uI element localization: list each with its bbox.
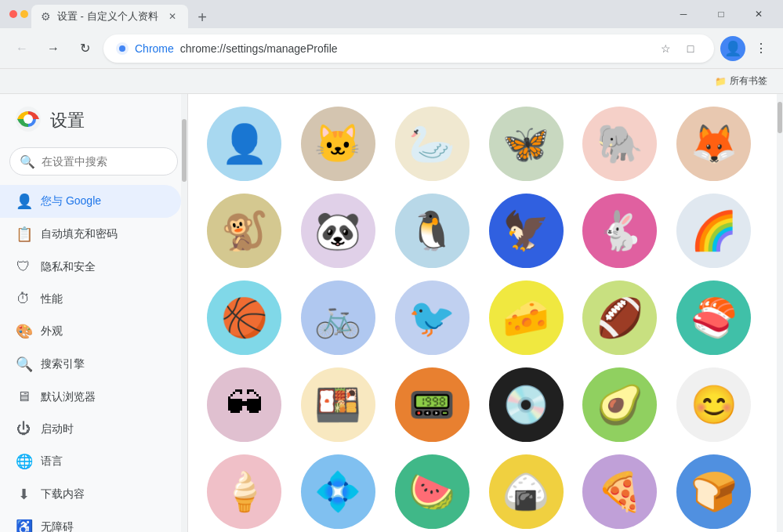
- avatar-device[interactable]: 📟: [395, 367, 469, 442]
- avatar-icecream[interactable]: 🍦: [207, 454, 281, 529]
- nav-icon-3: ⏱: [16, 291, 31, 307]
- avatar-cheese[interactable]: 🧀: [489, 280, 564, 355]
- avatar-origami-bird[interactable]: 🦢: [395, 107, 469, 181]
- sidebar-item-2[interactable]: 🛡 隐私和安全: [0, 251, 181, 283]
- nav-icon-6: 🖥: [16, 389, 31, 405]
- folder-icon: 📁: [715, 76, 727, 87]
- nav-label-0: 您与 Google: [41, 194, 101, 208]
- nav-items-container: 👤 您与 Google 📋 自动填充和密码 🛡 隐私和安全 ⏱ 性能 🎨 外观 …: [0, 185, 187, 532]
- refresh-button[interactable]: ↻: [72, 36, 97, 61]
- settings-gear-icon: ⚙: [41, 10, 51, 23]
- avatar-panda[interactable]: 🐼: [301, 194, 375, 268]
- nav-icon-0: 👤: [16, 193, 31, 210]
- nav-bar: ← → ↻ Chrome chrome://settings/managePro…: [0, 28, 783, 69]
- nav-icon-10: ♿: [16, 519, 31, 532]
- sidebar-item-3[interactable]: ⏱ 性能: [0, 283, 181, 315]
- sidebar: 设置 🔍 👤 您与 Google 📋 自动填充和密码 🛡 隐私和安全 ⏱ 性能 …: [0, 94, 188, 532]
- avatar-monkey[interactable]: 🐒: [207, 194, 281, 268]
- avatar-sunglasses[interactable]: 🕶: [207, 367, 281, 442]
- all-bookmarks-item[interactable]: 📁 所有书签: [709, 71, 774, 91]
- avatar-onigiri[interactable]: 🍙: [489, 454, 564, 529]
- sidebar-scrollbar[interactable]: [181, 94, 187, 532]
- avatar-fox[interactable]: 🦊: [676, 107, 751, 181]
- minimize-button[interactable]: ─: [665, 0, 701, 28]
- active-tab[interactable]: ⚙ 设置 - 自定义个人资料 ✕: [31, 5, 188, 28]
- traffic-minimize[interactable]: [20, 10, 28, 18]
- avatar-rabbit[interactable]: 🐇: [582, 194, 657, 268]
- split-tab-icon[interactable]: □: [680, 38, 701, 60]
- svg-point-1: [119, 45, 125, 52]
- settings-title: 设置: [50, 109, 85, 132]
- avatar-watermelon[interactable]: 🍉: [395, 454, 469, 529]
- search-input[interactable]: [42, 155, 179, 168]
- nav-label-2: 隐私和安全: [41, 260, 96, 274]
- address-text: chrome://settings/manageProfile: [180, 42, 648, 55]
- chrome-brand-label: Chrome: [135, 42, 174, 55]
- toolbar-icons: 👤 ⋮: [720, 36, 774, 61]
- avatar-diamond[interactable]: 💠: [301, 454, 375, 529]
- chrome-logo: [16, 107, 41, 135]
- new-tab-button[interactable]: +: [191, 6, 213, 28]
- sidebar-item-5[interactable]: 🔍 搜索引擎: [0, 348, 181, 381]
- tab-close-button[interactable]: ✕: [166, 10, 179, 23]
- chrome-lock-icon: [116, 42, 129, 55]
- back-button[interactable]: ←: [9, 36, 34, 61]
- address-bar[interactable]: Chrome chrome://settings/manageProfile ☆…: [103, 34, 714, 63]
- nav-icon-4: 🎨: [16, 323, 31, 340]
- content-area: 👤🐱🦢🦋🐘🦊🐒🐼🐧🦅🐇🌈🏀🚲🐦🧀🏈🍣🕶🍱📟💿🥑😊🍦💠🍉🍙🍕🍞 创建点完链接方式: [188, 94, 777, 532]
- bookmark-star-icon[interactable]: ☆: [654, 38, 676, 60]
- avatar-bicycle[interactable]: 🚲: [301, 280, 375, 355]
- profile-icon-button[interactable]: 👤: [720, 36, 745, 61]
- nav-icon-1: 📋: [16, 226, 31, 243]
- sidebar-scroll-thumb[interactable]: [182, 119, 187, 182]
- bookmarks-bar: 📁 所有书签: [0, 69, 783, 94]
- avatar-origami-eagle[interactable]: 🦅: [489, 194, 564, 268]
- avatar-user-profile[interactable]: 👤: [207, 107, 281, 181]
- avatar-bread[interactable]: 🍞: [676, 454, 751, 529]
- right-scroll-thumb[interactable]: [778, 102, 782, 133]
- main-layout: 设置 🔍 👤 您与 Google 📋 自动填充和密码 🛡 隐私和安全 ⏱ 性能 …: [0, 94, 783, 532]
- right-scrollbar[interactable]: [777, 94, 783, 532]
- close-button[interactable]: ✕: [741, 0, 777, 28]
- maximize-button[interactable]: □: [703, 0, 739, 28]
- avatar-avocado[interactable]: 🥑: [582, 367, 657, 442]
- avatar-basketball[interactable]: 🏀: [207, 280, 281, 355]
- avatar-sushi[interactable]: 🍱: [301, 367, 375, 442]
- nav-label-1: 自动填充和密码: [41, 227, 118, 241]
- avatar-sushi-plate[interactable]: 🍣: [676, 280, 751, 355]
- svg-point-4: [24, 114, 33, 124]
- sidebar-item-8[interactable]: 🌐 语言: [0, 445, 181, 478]
- avatar-vinyl[interactable]: 💿: [489, 367, 564, 442]
- avatar-football[interactable]: 🏈: [582, 280, 657, 355]
- search-bar[interactable]: 🔍: [9, 147, 178, 176]
- avatar-pizza[interactable]: 🍕: [582, 454, 657, 529]
- nav-label-7: 启动时: [41, 422, 74, 436]
- nav-label-5: 搜索引擎: [41, 357, 85, 371]
- avatar-penguin[interactable]: 🐧: [395, 194, 469, 268]
- sidebar-item-10[interactable]: ♿ 无障碍: [0, 511, 181, 532]
- traffic-close[interactable]: [9, 10, 17, 18]
- sidebar-item-1[interactable]: 📋 自动填充和密码: [0, 218, 181, 251]
- forward-button[interactable]: →: [41, 36, 66, 61]
- sidebar-item-7[interactable]: ⏻ 启动时: [0, 413, 181, 445]
- nav-label-6: 默认浏览器: [41, 390, 96, 404]
- bookmarks-label: 所有书签: [730, 74, 767, 88]
- avatar-cat[interactable]: 🐱: [301, 107, 375, 181]
- avatar-bird[interactable]: 🐦: [395, 280, 469, 355]
- nav-label-8: 语言: [41, 454, 63, 469]
- tab-title: 设置 - 自定义个人资料: [57, 9, 160, 24]
- search-icon: 🔍: [20, 154, 35, 169]
- menu-button[interactable]: ⋮: [749, 36, 774, 61]
- sidebar-item-4[interactable]: 🎨 外观: [0, 315, 181, 348]
- nav-icon-7: ⏻: [16, 421, 31, 437]
- sidebar-item-6[interactable]: 🖥 默认浏览器: [0, 381, 181, 413]
- nav-icon-2: 🛡: [16, 259, 31, 275]
- avatar-rainbow[interactable]: 🌈: [676, 194, 751, 268]
- avatar-origami-elephant[interactable]: 🐘: [582, 107, 657, 181]
- sidebar-item-9[interactable]: ⬇ 下载内容: [0, 478, 181, 511]
- avatar-smiley[interactable]: 😊: [676, 367, 751, 442]
- sidebar-item-0[interactable]: 👤 您与 Google: [0, 185, 181, 218]
- avatar-origami-butterfly[interactable]: 🦋: [489, 107, 564, 181]
- nav-icon-9: ⬇: [16, 486, 31, 503]
- nav-label-9: 下载内容: [41, 487, 85, 501]
